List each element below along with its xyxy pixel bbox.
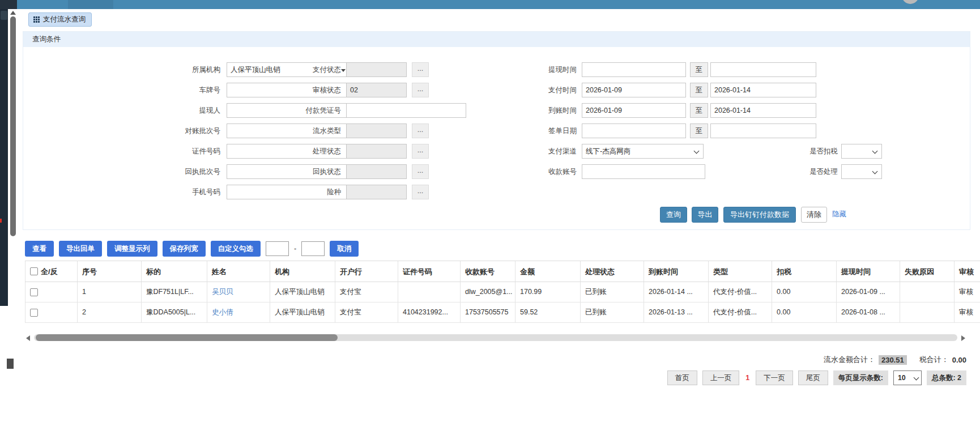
table-row: 2 豫DDA5005|L... 史小倩 人保平顶山电销 支付宝 41042319…: [25, 303, 980, 323]
horizontal-scroll-left-arrow[interactable]: [26, 335, 30, 341]
pay-time-to-input[interactable]: [710, 83, 816, 97]
voucher-no-label: 付款凭证号: [238, 103, 341, 118]
clear-button[interactable]: 清除: [801, 207, 827, 223]
vertical-scroll-up-arrow[interactable]: [10, 11, 16, 15]
cell-arrival-time: 2026-01-14 ...: [644, 282, 709, 302]
cell-withdraw-time: 2026-01-08 ...: [837, 303, 900, 322]
sign-date-to-separator: 至: [690, 123, 708, 138]
collapsed-sidebar[interactable]: [0, 9, 8, 306]
arrival-time-to-input[interactable]: [710, 103, 816, 118]
flow-type-input: [346, 123, 407, 138]
top-nav-active-segment[interactable]: [68, 0, 113, 9]
process-status-picker-button[interactable]: ...: [412, 144, 429, 159]
range-to-input[interactable]: [301, 241, 325, 256]
header-withdraw-time: 提现时间: [837, 261, 900, 282]
top-nav-left-segment: [0, 0, 17, 9]
cell-fail-reason: [900, 303, 955, 322]
cell-org: 人保平顶山电销: [270, 303, 335, 322]
select-all-checkbox[interactable]: [30, 267, 38, 275]
adjust-columns-button[interactable]: 调整显示列: [107, 241, 157, 257]
tax-total-label: 税合计：: [919, 355, 949, 365]
custom-check-button[interactable]: 自定义勾选: [211, 241, 261, 257]
flow-type-picker-button[interactable]: ...: [412, 123, 429, 138]
processed-select[interactable]: [841, 164, 882, 179]
export-receipt-button[interactable]: 导出回单: [59, 241, 102, 257]
sidebar-red-marker: [0, 219, 2, 223]
receipt-status-input: [346, 164, 407, 179]
receipt-status-label: 回执状态: [238, 164, 341, 179]
horizontal-scrollbar-thumb[interactable]: [36, 334, 338, 341]
sign-date-from-input[interactable]: [582, 123, 686, 138]
cell-id-number: 4104231992...: [398, 303, 461, 322]
arrival-time-from-input[interactable]: [582, 103, 686, 118]
cell-type: 代支付-价值...: [709, 282, 772, 302]
process-status-label: 处理状态: [238, 144, 341, 159]
name-link[interactable]: 吴贝贝: [212, 288, 233, 296]
header-audit: 审核: [955, 261, 980, 282]
save-column-width-button[interactable]: 保存列宽: [163, 241, 206, 257]
view-button[interactable]: 查看: [25, 241, 54, 257]
cell-type: 代支付-价值...: [709, 303, 772, 322]
last-page-button[interactable]: 尾页: [798, 370, 828, 385]
export-dingtalk-button[interactable]: 导出钉钉付款数据: [723, 207, 796, 223]
header-org: 机构: [270, 261, 335, 282]
per-page-value: 10: [898, 374, 906, 382]
current-page-number: 1: [744, 374, 751, 382]
sidebar-menu-item[interactable]: [1, 11, 7, 20]
query-form: 所属机构 人保平顶山电销 支付状态 ... 提现时间 至 车牌号 审核状态: [23, 47, 970, 229]
cell-payee-account: dlw_2005@1...: [461, 282, 515, 302]
pay-channel-select[interactable]: 线下-杰高网商: [582, 144, 704, 159]
first-page-button[interactable]: 首页: [667, 370, 697, 385]
cell-fail-reason: [900, 282, 955, 302]
withdraw-time-from-input[interactable]: [582, 62, 686, 77]
pay-time-from-input[interactable]: [582, 83, 686, 97]
vertical-scrollbar-thumb[interactable]: [10, 16, 16, 236]
insurance-type-picker-button[interactable]: ...: [412, 185, 429, 199]
withdraw-time-to-input[interactable]: [710, 62, 816, 77]
cell-org: 人保平顶山电销: [270, 282, 335, 302]
cell-amount: 59.52: [515, 303, 581, 322]
hide-link[interactable]: 隐藏: [832, 210, 846, 219]
row-checkbox[interactable]: [30, 309, 38, 317]
sign-date-to-input[interactable]: [710, 123, 816, 138]
cell-tax: 0.00: [772, 303, 837, 322]
cell-seq: 1: [78, 282, 142, 302]
header-type: 类型: [709, 261, 772, 282]
totals-summary: 流水金额合计： 230.51 税合计： 0.00: [0, 355, 966, 365]
user-avatar[interactable]: [902, 0, 919, 4]
withdraw-time-label: 提现时间: [476, 62, 577, 77]
processed-label: 是否处理: [759, 164, 838, 179]
row-checkbox[interactable]: [30, 288, 38, 296]
results-table: 全/反 序号 标的 姓名 机构 开户行 证件号码 收款账号 金额 处理状态 到账…: [25, 261, 980, 323]
withdraw-time-to-separator: 至: [690, 62, 708, 77]
query-button[interactable]: 查询: [660, 207, 687, 223]
horizontal-scroll-right-arrow[interactable]: [961, 335, 965, 341]
id-number-label: 证件号码: [69, 144, 220, 159]
cell-amount: 170.99: [515, 282, 581, 302]
pay-status-label: 支付状态: [238, 62, 341, 77]
pay-status-picker-button[interactable]: ...: [412, 62, 429, 77]
tab-payment-flow-query[interactable]: 支付流水查询: [28, 12, 92, 27]
prev-page-button[interactable]: 上一页: [702, 370, 740, 385]
flow-total-label: 流水金额合计：: [824, 355, 875, 365]
next-page-button[interactable]: 下一页: [756, 370, 793, 385]
receipt-status-picker-button[interactable]: ...: [412, 164, 429, 179]
range-from-input[interactable]: [266, 241, 289, 256]
audit-status-picker-button[interactable]: ...: [412, 83, 429, 97]
cell-withdraw-time: 2026-01-09 ...: [837, 282, 900, 302]
sign-date-label: 签单日期: [476, 123, 577, 138]
voucher-no-input[interactable]: [346, 103, 466, 118]
arrival-time-label: 到账时间: [476, 103, 577, 118]
name-link[interactable]: 史小倩: [212, 308, 233, 316]
caret-down-icon: [341, 69, 346, 72]
cancel-button[interactable]: 取消: [330, 241, 359, 257]
payee-account-input[interactable]: [582, 164, 705, 179]
tax-total-value: 0.00: [952, 356, 966, 364]
horizontal-scrollbar-track[interactable]: [34, 334, 957, 341]
cell-payee-account: 17537505575: [461, 303, 515, 322]
per-page-select[interactable]: 10: [893, 370, 922, 385]
reconcile-batch-label: 对账批次号: [69, 123, 220, 138]
header-bank: 开户行: [335, 261, 398, 282]
tax-deduct-select[interactable]: [841, 144, 882, 159]
export-button[interactable]: 导出: [692, 207, 718, 223]
